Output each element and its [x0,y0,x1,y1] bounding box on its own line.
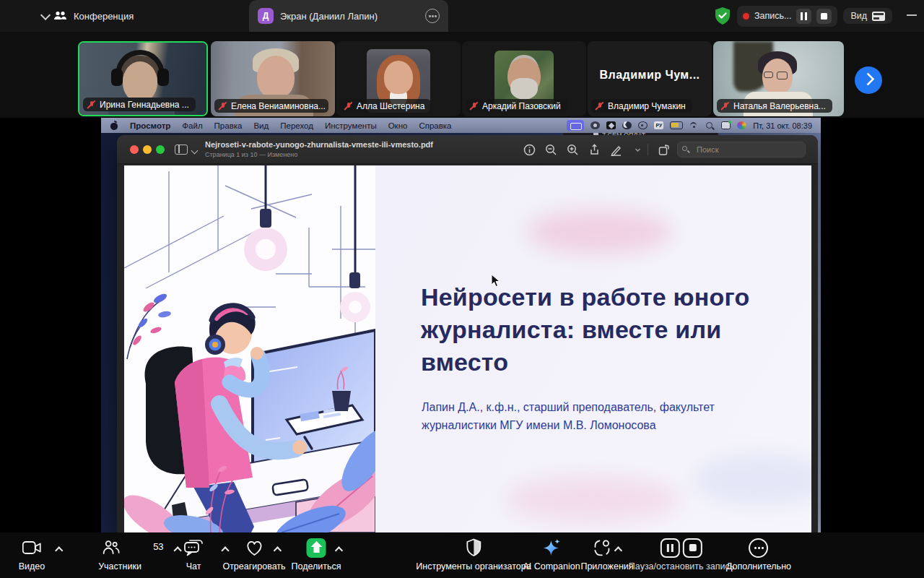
collapse-chevron-icon[interactable] [42,12,49,19]
slide-decor-blob [527,210,671,254]
display-icon[interactable] [721,121,731,129]
recording-dot-icon [743,13,749,20]
search-input[interactable] [677,142,806,158]
video-camera-icon [22,540,42,555]
next-participants-page-button[interactable] [855,66,882,94]
react-options-chevron[interactable] [274,546,282,554]
video-tile-alla[interactable]: Алла Шестерина [336,41,461,116]
participant-name: Владимир Чумакин [608,101,686,111]
spotlight-icon[interactable] [705,121,715,129]
share-label: Поделиться [291,561,341,571]
participants-button[interactable]: 53 Участники [98,538,141,571]
close-icon[interactable] [130,145,139,154]
rotate-icon[interactable] [658,144,670,156]
fullscreen-icon[interactable] [156,145,165,154]
video-tile-elena[interactable]: Елена Вениаминовна... [211,41,335,116]
stop-recording-icon[interactable] [683,538,702,558]
markup-pen-icon[interactable] [610,144,622,156]
participant-name-badge: Ирина Геннадьевна ... [83,98,196,111]
participants-count: 53 [153,541,163,552]
keyboard-layout-icon[interactable]: РУ [654,121,663,129]
react-label: Отреагировать [222,561,285,571]
zoom-in-icon[interactable] [567,144,579,156]
status-menu-icon[interactable] [638,121,648,129]
preview-app-window: Nejroseti-v-rabote-yunogo-zhurnalista-vm… [117,135,818,532]
preview-title-bar: Nejroseti-v-rabote-yunogo-zhurnalista-vm… [117,135,818,164]
sidebar-toggle-icon[interactable] [175,144,188,155]
apps-options-chevron[interactable] [614,546,622,554]
more-button[interactable]: Дополнительно [726,538,791,571]
video-tile-irina[interactable]: Ирина Геннадьевна ... [78,41,208,116]
mic-muted-icon [87,100,96,109]
ai-companion-button[interactable]: AI Companion [523,538,580,571]
video-label: Видео [19,561,45,571]
menu-bar-clock[interactable]: Пт, 31 окт. 08:39 [753,121,812,130]
focus-moon-icon[interactable] [622,121,632,129]
tab-screen-share[interactable]: Д Экран (Даниил Лапин) [249,0,448,32]
screen-share-avatar: Д [258,8,274,24]
react-button[interactable]: Отреагировать [222,538,285,571]
wifi-icon[interactable] [689,121,699,129]
participant-name: Ирина Геннадьевна ... [100,100,189,110]
tab-more-icon[interactable] [425,9,440,23]
zoom-out-icon[interactable] [545,144,557,156]
video-tile-arkady[interactable]: Аркадий Пазовский [462,41,586,116]
view-button[interactable]: Вид [843,8,892,24]
info-icon[interactable] [523,144,536,156]
pause-recording-button[interactable] [796,9,811,24]
participant-name-badge: Наталья Валерьевна... [717,99,832,113]
slide-decor-blob [694,454,811,505]
screen-sharing-indicator-icon[interactable] [567,120,584,131]
menu-tools[interactable]: Инструменты [325,121,377,130]
apps-button[interactable]: Приложения [580,538,633,571]
menu-view[interactable]: Вид [253,121,269,130]
menu-go[interactable]: Переход [280,121,313,130]
menu-help[interactable]: Справка [419,121,451,130]
tab-conference-label: Конференция [74,11,134,22]
search-icon [682,146,687,151]
slide-page: Нейросети в работе юного журналиста: вме… [124,165,811,532]
participants-options-chevron[interactable] [173,546,181,554]
share-icon[interactable] [588,144,601,156]
participant-display-name: Владимир Чум... [588,69,712,82]
control-center-icon[interactable] [737,121,746,129]
slide-decor-blob [507,476,680,522]
share-screen-icon [307,538,326,558]
chat-button[interactable]: Чат [183,538,204,571]
menu-preview[interactable]: Просмотр [130,121,170,130]
pause-stop-recording-button[interactable]: Пауза/остановить запись [629,538,734,571]
participant-name-badge: Аркадий Пазовский [466,99,567,113]
menu-edit[interactable]: Правка [214,121,243,130]
battery-icon[interactable] [670,121,683,129]
host-tools-label: Инструменты организатора [416,561,531,571]
share-screen-button[interactable]: Поделиться [291,538,341,571]
menu-file[interactable]: Файл [182,121,202,130]
recording-indicator: Запись... [737,6,837,27]
markup-chevron-icon[interactable] [632,144,638,156]
security-shield-icon[interactable] [714,7,731,25]
sidebar-chevron-icon[interactable] [191,147,199,155]
participant-name-badge: Елена Вениаминовна... [214,99,328,113]
video-button[interactable]: Видео [19,538,45,571]
share-options-chevron[interactable] [335,546,343,554]
minimize-window-icon[interactable] [143,145,152,154]
video-options-chevron[interactable] [55,546,63,554]
tab-conference[interactable]: Конференция [53,0,134,32]
minimize-icon[interactable] [907,14,917,16]
video-tile-natalya[interactable]: Наталья Валерьевна... [713,41,844,116]
people-icon [53,10,67,22]
participants-icon [102,538,121,557]
macos-menu-bar: Просмотр Файл Правка Вид Переход Инструм… [101,118,821,133]
status-menu-icon[interactable] [590,121,600,129]
meeting-toolbar: Видео 53 Участники Чат Отреагировать Под… [0,532,924,578]
stop-recording-button[interactable] [816,9,832,24]
apple-logo-icon[interactable] [110,121,118,130]
participants-label: Участники [98,561,141,571]
host-tools-button[interactable]: Инструменты организатора [416,538,531,571]
menu-window[interactable]: Окно [388,121,408,130]
pause-recording-icon[interactable] [661,538,680,558]
video-tile-vladimir[interactable]: Владимир Чум... Владимир Чумакин [588,41,712,116]
status-menu-icon[interactable] [606,121,616,129]
participant-name: Елена Вениаминовна... [231,101,326,111]
mic-muted-icon [470,102,479,111]
